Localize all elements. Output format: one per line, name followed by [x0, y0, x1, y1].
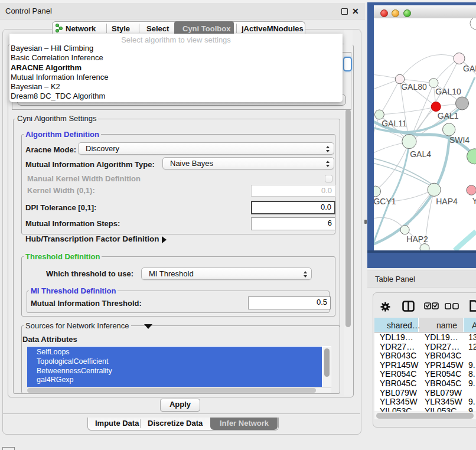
svg-text:HAP4: HAP4: [436, 197, 458, 206]
svg-text:Y: Y: [472, 196, 476, 206]
svg-text:GAL1: GAL1: [438, 111, 459, 120]
svg-text:GAL10: GAL10: [435, 87, 461, 96]
svg-text:GAL80: GAL80: [401, 82, 427, 92]
svg-text:GCY1: GCY1: [374, 197, 396, 206]
svg-text:GAL11: GAL11: [382, 119, 407, 128]
svg-text:SWI4: SWI4: [449, 135, 470, 145]
svg-text:GAL: GAL: [463, 64, 476, 73]
svg-text:HAP2: HAP2: [406, 234, 428, 244]
svg-text:GAL4: GAL4: [410, 149, 431, 159]
